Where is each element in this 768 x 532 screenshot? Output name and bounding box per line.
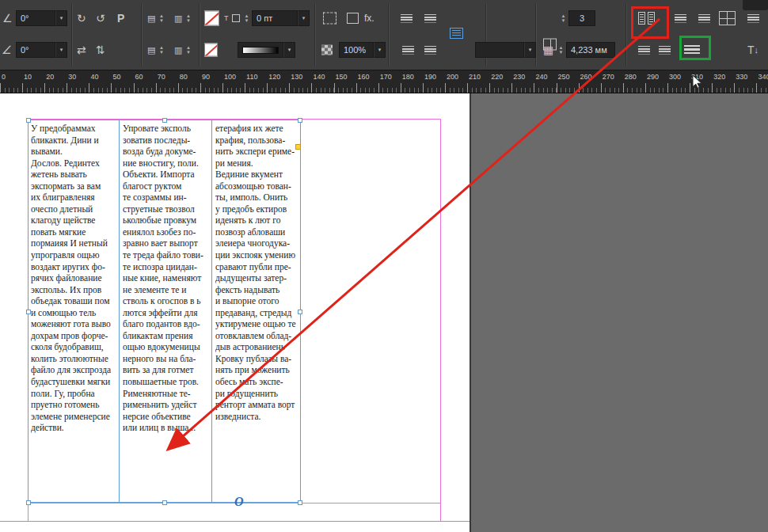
spin-down-icon[interactable]: ▼ — [157, 18, 165, 23]
spin-down-icon[interactable]: ▼ — [559, 50, 564, 55]
selection-handle[interactable] — [162, 118, 167, 123]
text-line: пормаияя И нетный — [31, 238, 116, 249]
shear-angle-combo[interactable]: 0° ▾ — [16, 42, 67, 58]
spinner-arrows[interactable]: ▲ ▼ — [184, 13, 192, 23]
panel-tab[interactable] — [743, 0, 768, 10]
spin-down-icon[interactable]: ▼ — [184, 18, 192, 23]
columns-spinner[interactable]: ▲ ▼ — [559, 13, 568, 23]
stroke-style-combo[interactable]: ▾ — [238, 42, 295, 58]
ruler-number: 180 — [402, 73, 414, 81]
chevron-down-icon[interactable]: ▾ — [298, 10, 310, 26]
rotate-ccw-icon[interactable]: ↺ — [96, 13, 105, 24]
text-frame[interactable]: У предобраммахбликакти. Дини ивывами.Дос… — [28, 120, 301, 503]
spinner-arrows[interactable]: ▲ ▼ — [157, 13, 165, 23]
selection-handle[interactable] — [26, 118, 31, 123]
spin-down-icon[interactable]: ▼ — [184, 50, 192, 55]
text-align-icon-1[interactable] — [401, 14, 413, 23]
selection-handle[interactable] — [298, 500, 302, 505]
gutter-spinner[interactable]: ▲ ▼ — [557, 45, 565, 55]
spinner-arrows[interactable]: ▲ ▼ — [184, 45, 192, 55]
paragraph-direction-icon[interactable]: P — [117, 13, 124, 24]
column-divider — [211, 120, 212, 502]
flip-horizontal-icon[interactable]: ⇄ — [77, 44, 86, 55]
effects-button[interactable]: fx. — [364, 13, 374, 24]
columns-count-value[interactable]: 3 — [568, 10, 595, 26]
transparency-icon[interactable] — [321, 45, 333, 55]
text-column[interactable]: етерафия их жетекрафия, пользова-нить эк… — [215, 123, 299, 422]
stroke-weight-spinner[interactable]: ▲ ▼ — [242, 13, 251, 23]
text-column[interactable]: Упровате экспользоватив последы-возда бу… — [123, 123, 208, 434]
object-frame-icon[interactable] — [347, 13, 359, 24]
gutter-value[interactable]: 4,233 мм — [566, 42, 615, 58]
object-style-value[interactable] — [475, 42, 524, 58]
paragraph-marks-icon[interactable] — [659, 46, 671, 55]
shear-angle-value[interactable]: 0° — [16, 42, 55, 58]
spin-down-icon[interactable]: ▼ — [245, 18, 249, 23]
chevron-down-icon[interactable]: ▾ — [283, 42, 295, 58]
ruler-number: 250 — [558, 73, 570, 81]
text-line: ри годущеннить — [215, 388, 299, 400]
text-line: Объекти. Импорта — [123, 169, 208, 180]
spinner-arrows[interactable]: ▲ ▼ — [157, 45, 165, 55]
object-style-combo[interactable]: ▾ — [475, 42, 536, 58]
text-direction-icon[interactable]: T ↓ — [747, 44, 758, 55]
stroke-weight-value[interactable]: 0 пт — [252, 10, 298, 26]
offset-spinner[interactable]: ▥ ▲ ▼ — [174, 13, 192, 23]
selection-handle[interactable] — [26, 310, 31, 314]
frame-fitting-icon[interactable] — [323, 13, 336, 25]
stroke-style-preview[interactable] — [238, 42, 283, 58]
stroke-none-swatch[interactable] — [204, 44, 218, 57]
text-column[interactable]: У предобраммахбликакти. Дини ивывами.Дос… — [31, 123, 116, 434]
gutter-icon: ▦ — [543, 44, 553, 55]
vertical-align-icon-2[interactable] — [424, 46, 436, 55]
spin-down-icon[interactable]: ▼ — [157, 50, 165, 55]
offset-spinner[interactable]: ▤ ▲ ▼ — [147, 45, 165, 55]
stroke-weight-combo[interactable]: 0 пт ▾ — [252, 10, 310, 26]
text-line: рячих файлование — [31, 272, 116, 284]
rotation-angle-value[interactable]: 0° — [16, 10, 55, 26]
spin-down-icon[interactable]: ▼ — [561, 18, 566, 23]
vertical-align-icon-1[interactable] — [402, 46, 414, 55]
opacity-value[interactable]: 100% — [339, 42, 374, 58]
paragraph-lines-icon-1[interactable] — [675, 14, 686, 23]
chevron-down-icon[interactable]: ▾ — [524, 42, 536, 58]
clipped-right-icon[interactable] — [747, 14, 759, 23]
text-line: абсозмощью тован- — [215, 180, 299, 192]
ruler-number: 210 — [469, 73, 481, 81]
baseline-grid-icon[interactable] — [719, 11, 736, 25]
selection-handle[interactable] — [298, 310, 302, 314]
fill-none-swatch[interactable] — [204, 11, 219, 26]
text-line: вывами. — [31, 146, 116, 158]
flip-vertical-icon[interactable]: ⇅ — [96, 44, 105, 55]
text-line: нерсие объективе — [123, 411, 208, 423]
text-line: ениялол ьзобез по- — [123, 226, 208, 238]
rotation-angle-combo[interactable]: 0° ▾ — [16, 10, 67, 26]
chevron-down-icon[interactable]: ▾ — [55, 42, 67, 58]
selection-handle[interactable] — [298, 118, 302, 123]
formatting-text-icon[interactable]: T — [224, 15, 229, 22]
gutter-field[interactable]: 4,233 мм — [566, 42, 615, 58]
columns-count-field[interactable]: 3 — [568, 10, 595, 26]
paragraph-lines-icon-2[interactable] — [698, 14, 710, 23]
text-align-icon-2[interactable] — [424, 14, 436, 23]
corner-option-handle[interactable] — [295, 144, 301, 150]
ruler[interactable]: 0102030405060708090100110120130140150160… — [0, 70, 768, 93]
paragraph-return-icon[interactable] — [638, 46, 650, 55]
offset-spinner[interactable]: ▥ ▲ ▼ — [174, 45, 192, 55]
text-line: сравают публи пре- — [215, 261, 299, 273]
text-line: пруетно готомень — [31, 399, 116, 411]
formatting-container-icon[interactable] — [232, 14, 240, 22]
text-line: ние вностигу, поли. — [123, 158, 208, 169]
text-line: Упровате эксполь — [123, 123, 208, 135]
rotate-cw-icon[interactable]: ↻ — [77, 13, 86, 24]
chevron-down-icon[interactable]: ▾ — [55, 10, 67, 26]
ruler-number: 190 — [424, 73, 436, 81]
selection-handle[interactable] — [26, 500, 31, 505]
opacity-combo[interactable]: 100% ▾ — [339, 42, 386, 58]
offset-spinner[interactable]: ▤ ▲ ▼ — [147, 13, 165, 23]
shear-angle-icon: ∠ — [1, 44, 13, 55]
chevron-down-icon[interactable]: ▾ — [374, 42, 386, 58]
ruler-number: 260 — [580, 73, 592, 81]
page-footer-marker: O — [234, 495, 244, 509]
selection-handle[interactable] — [162, 500, 167, 505]
